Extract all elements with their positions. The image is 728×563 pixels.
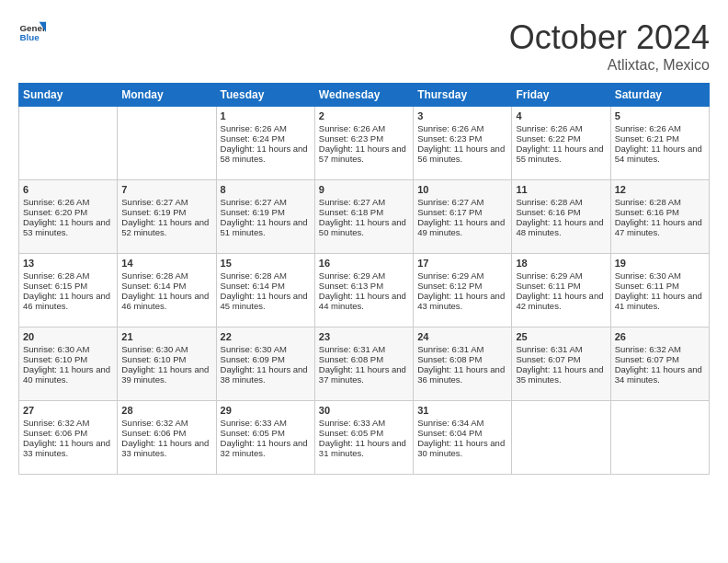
calendar-cell: 17Sunrise: 6:29 AMSunset: 6:12 PMDayligh… xyxy=(414,254,512,327)
day-number: 12 xyxy=(615,184,705,195)
day-number: 17 xyxy=(417,258,507,269)
calendar-cell: 30Sunrise: 6:33 AMSunset: 6:05 PMDayligh… xyxy=(314,401,413,475)
calendar-cell: 22Sunrise: 6:30 AMSunset: 6:09 PMDayligh… xyxy=(216,327,314,401)
calendar-cell xyxy=(512,401,610,475)
daylight-text: Daylight: 11 hours and 33 minutes. xyxy=(121,438,211,458)
daylight-text: Daylight: 11 hours and 39 minutes. xyxy=(121,364,211,385)
calendar-cell: 20Sunrise: 6:30 AMSunset: 6:10 PMDayligh… xyxy=(19,327,118,401)
day-number: 24 xyxy=(417,331,507,342)
sunset-text: Sunset: 6:15 PM xyxy=(23,281,113,291)
calendar-cell: 10Sunrise: 6:27 AMSunset: 6:17 PMDayligh… xyxy=(414,180,512,254)
daylight-text: Daylight: 11 hours and 45 minutes. xyxy=(221,291,311,311)
daylight-text: Daylight: 11 hours and 49 minutes. xyxy=(417,217,507,237)
sunrise-text: Sunrise: 6:27 AM xyxy=(221,197,311,207)
day-number: 30 xyxy=(319,405,409,416)
sunrise-text: Sunrise: 6:32 AM xyxy=(23,418,113,428)
sunset-text: Sunset: 6:17 PM xyxy=(417,207,507,217)
day-number: 31 xyxy=(417,405,507,416)
sunset-text: Sunset: 6:10 PM xyxy=(23,354,113,364)
sunrise-text: Sunrise: 6:29 AM xyxy=(417,270,507,281)
day-number: 29 xyxy=(221,405,311,416)
sunrise-text: Sunrise: 6:32 AM xyxy=(121,418,211,428)
daylight-text: Daylight: 11 hours and 46 minutes. xyxy=(121,291,211,311)
sunset-text: Sunset: 6:23 PM xyxy=(417,133,507,144)
sunrise-text: Sunrise: 6:28 AM xyxy=(23,270,113,281)
calendar-cell: 16Sunrise: 6:29 AMSunset: 6:13 PMDayligh… xyxy=(314,254,413,327)
sunrise-text: Sunrise: 6:31 AM xyxy=(417,344,507,354)
header-row: SundayMondayTuesdayWednesdayThursdayFrid… xyxy=(19,84,710,107)
sunset-text: Sunset: 6:04 PM xyxy=(417,428,507,438)
calendar-cell: 27Sunrise: 6:32 AMSunset: 6:06 PMDayligh… xyxy=(19,401,118,475)
sunrise-text: Sunrise: 6:26 AM xyxy=(417,123,507,133)
calendar-cell: 19Sunrise: 6:30 AMSunset: 6:11 PMDayligh… xyxy=(610,254,709,327)
sunrise-text: Sunrise: 6:26 AM xyxy=(615,123,705,133)
sunset-text: Sunset: 6:19 PM xyxy=(121,207,211,217)
sunset-text: Sunset: 6:19 PM xyxy=(221,207,311,217)
sunrise-text: Sunrise: 6:28 AM xyxy=(121,270,211,281)
sunrise-text: Sunrise: 6:29 AM xyxy=(319,270,409,281)
day-number: 19 xyxy=(615,258,705,269)
calendar-cell: 9Sunrise: 6:27 AMSunset: 6:18 PMDaylight… xyxy=(314,180,413,254)
sunrise-text: Sunrise: 6:29 AM xyxy=(516,270,606,281)
sunrise-text: Sunrise: 6:28 AM xyxy=(516,197,606,207)
sunset-text: Sunset: 6:05 PM xyxy=(221,428,311,438)
calendar-cell: 2Sunrise: 6:26 AMSunset: 6:23 PMDaylight… xyxy=(314,107,413,180)
day-number: 4 xyxy=(516,110,606,121)
month-title: October 2024 xyxy=(509,18,710,57)
calendar-cell: 29Sunrise: 6:33 AMSunset: 6:05 PMDayligh… xyxy=(216,401,314,475)
daylight-text: Daylight: 11 hours and 38 minutes. xyxy=(221,364,311,385)
sunset-text: Sunset: 6:10 PM xyxy=(121,354,211,364)
page-header: General Blue October 2024 Atlixtac, Mexi… xyxy=(18,18,710,74)
daylight-text: Daylight: 11 hours and 43 minutes. xyxy=(417,291,507,311)
sunrise-text: Sunrise: 6:26 AM xyxy=(319,123,409,133)
sunrise-text: Sunrise: 6:26 AM xyxy=(221,123,311,133)
sunset-text: Sunset: 6:08 PM xyxy=(417,354,507,364)
daylight-text: Daylight: 11 hours and 51 minutes. xyxy=(221,217,311,237)
sunrise-text: Sunrise: 6:28 AM xyxy=(615,197,705,207)
sunrise-text: Sunrise: 6:30 AM xyxy=(615,270,705,281)
sunrise-text: Sunrise: 6:27 AM xyxy=(417,197,507,207)
daylight-text: Daylight: 11 hours and 35 minutes. xyxy=(516,364,606,385)
calendar-cell: 3Sunrise: 6:26 AMSunset: 6:23 PMDaylight… xyxy=(414,107,512,180)
calendar-week-3: 13Sunrise: 6:28 AMSunset: 6:15 PMDayligh… xyxy=(19,254,710,327)
day-header-tuesday: Tuesday xyxy=(216,84,314,107)
sunrise-text: Sunrise: 6:33 AM xyxy=(221,418,311,428)
daylight-text: Daylight: 11 hours and 32 minutes. xyxy=(221,438,311,458)
location: Atlixtac, Mexico xyxy=(509,57,710,74)
daylight-text: Daylight: 11 hours and 57 minutes. xyxy=(319,144,409,164)
calendar-cell: 18Sunrise: 6:29 AMSunset: 6:11 PMDayligh… xyxy=(512,254,610,327)
daylight-text: Daylight: 11 hours and 54 minutes. xyxy=(615,144,705,164)
sunset-text: Sunset: 6:12 PM xyxy=(417,281,507,291)
daylight-text: Daylight: 11 hours and 41 minutes. xyxy=(615,291,705,311)
sunset-text: Sunset: 6:24 PM xyxy=(221,133,311,144)
calendar-week-1: 1Sunrise: 6:26 AMSunset: 6:24 PMDaylight… xyxy=(19,107,710,180)
day-header-thursday: Thursday xyxy=(414,84,512,107)
logo: General Blue xyxy=(18,18,46,46)
sunset-text: Sunset: 6:16 PM xyxy=(615,207,705,217)
sunset-text: Sunset: 6:22 PM xyxy=(516,133,606,144)
daylight-text: Daylight: 11 hours and 52 minutes. xyxy=(121,217,211,237)
daylight-text: Daylight: 11 hours and 31 minutes. xyxy=(319,438,409,458)
sunset-text: Sunset: 6:06 PM xyxy=(23,428,113,438)
day-number: 16 xyxy=(319,258,409,269)
sunset-text: Sunset: 6:21 PM xyxy=(615,133,705,144)
daylight-text: Daylight: 11 hours and 47 minutes. xyxy=(615,217,705,237)
day-number: 6 xyxy=(23,184,113,195)
sunset-text: Sunset: 6:14 PM xyxy=(121,281,211,291)
calendar-cell: 31Sunrise: 6:34 AMSunset: 6:04 PMDayligh… xyxy=(414,401,512,475)
daylight-text: Daylight: 11 hours and 56 minutes. xyxy=(417,144,507,164)
day-number: 22 xyxy=(221,331,311,342)
day-header-friday: Friday xyxy=(512,84,610,107)
sunset-text: Sunset: 6:06 PM xyxy=(121,428,211,438)
day-number: 20 xyxy=(23,331,113,342)
daylight-text: Daylight: 11 hours and 48 minutes. xyxy=(516,217,606,237)
calendar-cell: 15Sunrise: 6:28 AMSunset: 6:14 PMDayligh… xyxy=(216,254,314,327)
calendar-cell: 28Sunrise: 6:32 AMSunset: 6:06 PMDayligh… xyxy=(118,401,216,475)
calendar-cell: 7Sunrise: 6:27 AMSunset: 6:19 PMDaylight… xyxy=(118,180,216,254)
daylight-text: Daylight: 11 hours and 53 minutes. xyxy=(23,217,113,237)
calendar-cell: 6Sunrise: 6:26 AMSunset: 6:20 PMDaylight… xyxy=(19,180,118,254)
calendar-cell: 23Sunrise: 6:31 AMSunset: 6:08 PMDayligh… xyxy=(314,327,413,401)
day-number: 23 xyxy=(319,331,409,342)
sunrise-text: Sunrise: 6:26 AM xyxy=(516,123,606,133)
daylight-text: Daylight: 11 hours and 46 minutes. xyxy=(23,291,113,311)
